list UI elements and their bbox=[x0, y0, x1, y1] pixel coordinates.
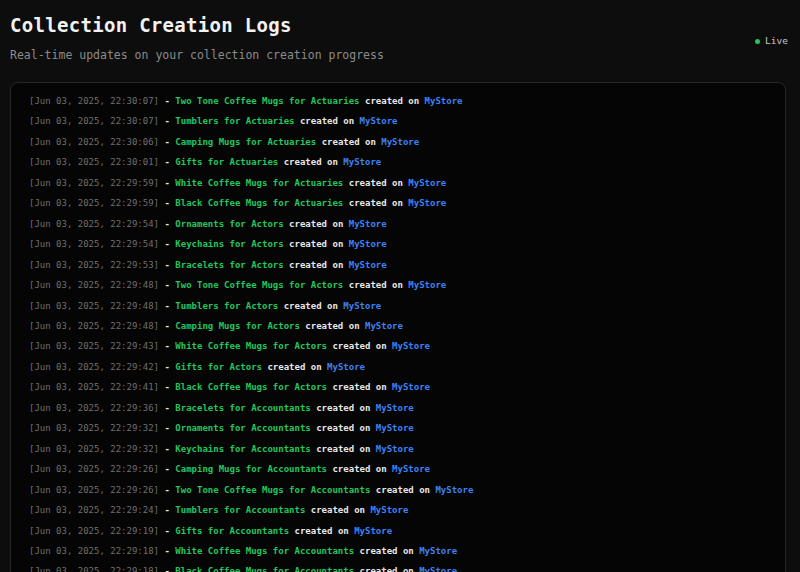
collection-name: Two Tone Coffee Mugs for Actuaries bbox=[175, 96, 359, 106]
log-separator: - bbox=[164, 341, 169, 351]
store-link[interactable]: MyStore bbox=[425, 96, 463, 106]
store-link[interactable]: MyStore bbox=[349, 260, 387, 270]
created-on-text: created on bbox=[360, 546, 414, 556]
log-timestamp: [Jun 03, 2025, 22:29:32] bbox=[29, 423, 159, 433]
log-entry: [Jun 03, 2025, 22:29:32] - Keychains for… bbox=[29, 439, 767, 459]
store-link[interactable]: MyStore bbox=[381, 137, 419, 147]
log-separator: - bbox=[164, 116, 169, 126]
collection-name: Camping Mugs for Actors bbox=[175, 321, 300, 331]
live-label: Live bbox=[765, 35, 788, 47]
store-link[interactable]: MyStore bbox=[349, 239, 387, 249]
log-timestamp: [Jun 03, 2025, 22:29:24] bbox=[29, 505, 159, 515]
store-link[interactable]: MyStore bbox=[343, 157, 381, 167]
log-timestamp: [Jun 03, 2025, 22:29:26] bbox=[29, 485, 159, 495]
log-entry: [Jun 03, 2025, 22:29:32] - Ornaments for… bbox=[29, 418, 767, 438]
store-link[interactable]: MyStore bbox=[408, 178, 446, 188]
log-entry: [Jun 03, 2025, 22:29:18] - White Coffee … bbox=[29, 541, 767, 561]
store-link[interactable]: MyStore bbox=[435, 485, 473, 495]
created-on-text: created on bbox=[349, 198, 403, 208]
log-entry: [Jun 03, 2025, 22:29:19] - Gifts for Acc… bbox=[29, 521, 767, 541]
log-timestamp: [Jun 03, 2025, 22:29:54] bbox=[29, 219, 159, 229]
store-link[interactable]: MyStore bbox=[392, 464, 430, 474]
live-dot-icon bbox=[755, 39, 760, 44]
store-link[interactable]: MyStore bbox=[365, 321, 403, 331]
log-entry: [Jun 03, 2025, 22:30:07] - Tumblers for … bbox=[29, 111, 767, 131]
log-timestamp: [Jun 03, 2025, 22:29:18] bbox=[29, 566, 159, 572]
store-link[interactable]: MyStore bbox=[392, 341, 430, 351]
created-on-text: created on bbox=[332, 464, 386, 474]
store-link[interactable]: MyStore bbox=[349, 219, 387, 229]
created-on-text: created on bbox=[316, 403, 370, 413]
collection-name: Black Coffee Mugs for Actuaries bbox=[175, 198, 343, 208]
log-separator: - bbox=[164, 485, 169, 495]
store-link[interactable]: MyStore bbox=[327, 362, 365, 372]
collection-name: Ornaments for Accountants bbox=[175, 423, 310, 433]
log-entry: [Jun 03, 2025, 22:29:48] - Two Tone Coff… bbox=[29, 275, 767, 295]
created-on-text: created on bbox=[360, 566, 414, 572]
store-link[interactable]: MyStore bbox=[419, 546, 457, 556]
log-entry: [Jun 03, 2025, 22:29:59] - White Coffee … bbox=[29, 173, 767, 193]
store-link[interactable]: MyStore bbox=[419, 566, 457, 572]
log-separator: - bbox=[164, 464, 169, 474]
log-timestamp: [Jun 03, 2025, 22:29:54] bbox=[29, 239, 159, 249]
collection-name: Black Coffee Mugs for Accountants bbox=[175, 566, 354, 572]
collection-name: Bracelets for Actors bbox=[175, 260, 283, 270]
store-link[interactable]: MyStore bbox=[376, 423, 414, 433]
created-on-text: created on bbox=[316, 423, 370, 433]
log-timestamp: [Jun 03, 2025, 22:29:19] bbox=[29, 526, 159, 536]
log-entry: [Jun 03, 2025, 22:29:43] - White Coffee … bbox=[29, 336, 767, 356]
log-entry: [Jun 03, 2025, 22:30:01] - Gifts for Act… bbox=[29, 152, 767, 172]
log-entry: [Jun 03, 2025, 22:29:48] - Tumblers for … bbox=[29, 296, 767, 316]
log-separator: - bbox=[164, 382, 169, 392]
collection-name: White Coffee Mugs for Actuaries bbox=[175, 178, 343, 188]
store-link[interactable]: MyStore bbox=[370, 505, 408, 515]
created-on-text: created on bbox=[311, 505, 365, 515]
log-entry: [Jun 03, 2025, 22:29:53] - Bracelets for… bbox=[29, 255, 767, 275]
log-separator: - bbox=[164, 526, 169, 536]
log-panel[interactable]: [Jun 03, 2025, 22:30:07] - Two Tone Coff… bbox=[10, 82, 786, 572]
log-entry: [Jun 03, 2025, 22:29:54] - Ornaments for… bbox=[29, 214, 767, 234]
collection-name: Two Tone Coffee Mugs for Accountants bbox=[175, 485, 370, 495]
created-on-text: created on bbox=[316, 444, 370, 454]
collection-name: Tumblers for Actuaries bbox=[175, 116, 294, 126]
collection-name: Camping Mugs for Actuaries bbox=[175, 137, 316, 147]
log-timestamp: [Jun 03, 2025, 22:29:36] bbox=[29, 403, 159, 413]
created-on-text: created on bbox=[365, 96, 419, 106]
log-separator: - bbox=[164, 505, 169, 515]
collection-name: Ornaments for Actors bbox=[175, 219, 283, 229]
log-entry: [Jun 03, 2025, 22:29:59] - Black Coffee … bbox=[29, 193, 767, 213]
collection-name: Gifts for Accountants bbox=[175, 526, 289, 536]
created-on-text: created on bbox=[332, 341, 386, 351]
store-link[interactable]: MyStore bbox=[408, 280, 446, 290]
store-link[interactable]: MyStore bbox=[408, 198, 446, 208]
created-on-text: created on bbox=[376, 485, 430, 495]
log-timestamp: [Jun 03, 2025, 22:29:41] bbox=[29, 382, 159, 392]
collection-name: Two Tone Coffee Mugs for Actors bbox=[175, 280, 343, 290]
log-timestamp: [Jun 03, 2025, 22:30:07] bbox=[29, 116, 159, 126]
log-entry: [Jun 03, 2025, 22:29:36] - Bracelets for… bbox=[29, 398, 767, 418]
log-entry: [Jun 03, 2025, 22:29:42] - Gifts for Act… bbox=[29, 357, 767, 377]
collection-name: Tumblers for Actors bbox=[175, 301, 278, 311]
store-link[interactable]: MyStore bbox=[376, 403, 414, 413]
store-link[interactable]: MyStore bbox=[376, 444, 414, 454]
created-on-text: created on bbox=[267, 362, 321, 372]
collection-name: Gifts for Actors bbox=[175, 362, 262, 372]
collection-name: Tumblers for Accountants bbox=[175, 505, 305, 515]
log-separator: - bbox=[164, 546, 169, 556]
log-entry: [Jun 03, 2025, 22:29:41] - Black Coffee … bbox=[29, 377, 767, 397]
log-timestamp: [Jun 03, 2025, 22:29:59] bbox=[29, 198, 159, 208]
store-link[interactable]: MyStore bbox=[392, 382, 430, 392]
log-separator: - bbox=[164, 157, 169, 167]
log-separator: - bbox=[164, 321, 169, 331]
collection-name: Bracelets for Accountants bbox=[175, 403, 310, 413]
store-link[interactable]: MyStore bbox=[360, 116, 398, 126]
log-timestamp: [Jun 03, 2025, 22:29:48] bbox=[29, 321, 159, 331]
collection-name: White Coffee Mugs for Actors bbox=[175, 341, 327, 351]
log-separator: - bbox=[164, 280, 169, 290]
log-separator: - bbox=[164, 96, 169, 106]
log-separator: - bbox=[164, 219, 169, 229]
store-link[interactable]: MyStore bbox=[343, 301, 381, 311]
log-timestamp: [Jun 03, 2025, 22:30:01] bbox=[29, 157, 159, 167]
store-link[interactable]: MyStore bbox=[354, 526, 392, 536]
collection-name: Gifts for Actuaries bbox=[175, 157, 278, 167]
